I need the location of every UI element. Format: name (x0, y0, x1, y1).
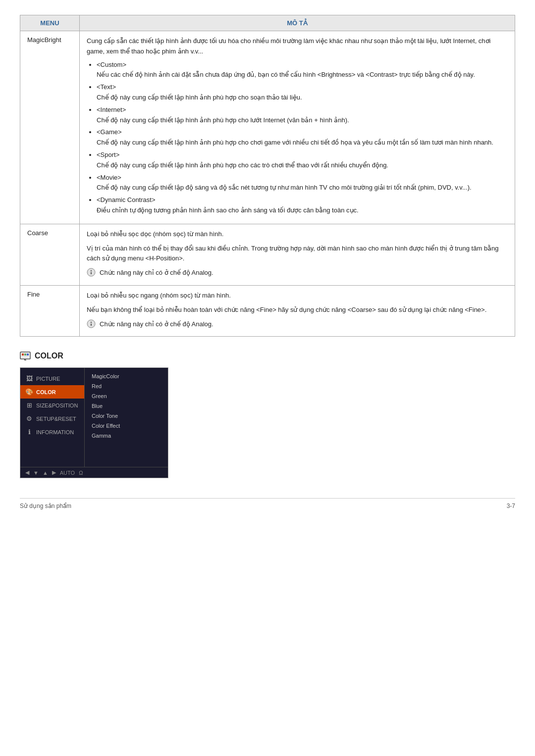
osd-right-panel: MagicColorRedGreenBlueColor ToneColor Ef… (85, 368, 168, 467)
svg-rect-10 (27, 353, 29, 355)
osd-menu-item: ⊞SIZE&POSITION (20, 399, 84, 412)
osd-menu-item: ⚙SETUP&RESET (20, 412, 84, 425)
osd-menu: 🖼PICTURE🎨COLOR⊞SIZE&POSITION⚙SETUP&RESET… (20, 368, 168, 467)
note-icon (87, 268, 96, 280)
svg-point-1 (91, 270, 92, 271)
osd-right-item: Color Effect (92, 421, 161, 430)
osd-right-item: Green (92, 392, 161, 401)
svg-rect-2 (91, 272, 92, 275)
menu-cell-1: Coarse (20, 224, 80, 285)
menu-cell-0: MagicBright (20, 31, 80, 224)
list-item: <Game>Chế độ này cung cấp thiết lập hình… (97, 127, 508, 148)
color-title-text: COLOR (35, 352, 63, 360)
osd-menu-label: INFORMATION (36, 429, 74, 435)
main-content-table: MENU MÔ TẢ MagicBrightCung cấp sẵn các t… (20, 15, 515, 337)
footer-left: Sử dụng sản phẩm (20, 503, 71, 509)
col-header-desc: MÔ TẢ (80, 15, 515, 31)
osd-bottom-icon: Ω (79, 470, 83, 476)
osd-menu-item: 🖼PICTURE (20, 372, 84, 385)
note-row-1: Chức năng này chỉ có ở chế độ Analog. (87, 268, 508, 280)
osd-menu-label: SETUP&RESET (36, 416, 76, 422)
desc-cell-1: Loại bỏ nhiễu sọc dọc (nhóm sọc) từ màn … (80, 224, 515, 285)
color-section: COLOR 🖼PICTURE🎨COLOR⊞SIZE&POSITION⚙SETUP… (20, 352, 515, 478)
note-text: Chức năng này chỉ có ở chế độ Analog. (100, 319, 214, 330)
list-item: <Custom>Nếu các chế độ hình ảnh cài đặt … (97, 60, 508, 81)
osd-menu-icon: 🎨 (25, 388, 33, 396)
svg-rect-8 (22, 353, 24, 355)
osd-menu-icon: 🖼 (25, 375, 33, 382)
color-icon (20, 352, 31, 360)
list-item: <Movie>Chế độ này cung cấp thiết lập độ … (97, 173, 508, 194)
osd-right-item: MagicColor (92, 372, 161, 381)
osd-bottom-bar: ◀▼▲▶AUTOΩ (20, 467, 168, 478)
osd-menu-icon: ℹ (25, 428, 33, 436)
osd-bottom-icon: AUTO (60, 470, 75, 476)
desc-intro-0: Cung cấp sẵn các thiết lập hình ảnh được… (87, 36, 508, 57)
desc-cell-0: Cung cấp sẵn các thiết lập hình ảnh được… (80, 31, 515, 224)
svg-point-4 (91, 321, 92, 322)
osd-menu-icon: ⊞ (25, 402, 33, 409)
osd-right-item: Gamma (92, 431, 161, 440)
desc-extra-1: Vị trí của màn hình có thể bị thay đổi s… (87, 244, 508, 264)
list-item: <Dynamic Contrast>Điều chỉnh tự động tươ… (97, 195, 508, 216)
osd-right-item: Blue (92, 402, 161, 410)
list-item: <Internet>Chế độ này cung cấp thiết lập … (97, 105, 508, 126)
note-svg-icon (87, 319, 96, 328)
osd-right-item: Color Tone (92, 411, 161, 420)
list-item: <Sport>Chế độ này cung cấp thiết lập hìn… (97, 150, 508, 171)
osd-bottom-icon: ▶ (52, 469, 56, 476)
item-list-0: <Custom>Nếu các chế độ hình ảnh cài đặt … (97, 60, 508, 216)
note-icon (87, 319, 96, 332)
note-svg-icon (87, 268, 96, 277)
desc-cell-2: Loại bỏ nhiễu sọc ngang (nhóm sọc) từ mà… (80, 285, 515, 336)
osd-menu-label: SIZE&POSITION (36, 403, 78, 408)
footer-right: 3-7 (507, 503, 515, 509)
osd-right-item: Red (92, 382, 161, 391)
col-header-menu: MENU (20, 15, 80, 31)
desc-intro-2: Loại bỏ nhiễu sọc ngang (nhóm sọc) từ mà… (87, 291, 508, 301)
osd-bottom-icon: ◀ (25, 469, 29, 476)
menu-cell-2: Fine (20, 285, 80, 336)
note-text: Chức năng này chỉ có ở chế độ Analog. (100, 268, 214, 278)
osd-image: 🖼PICTURE🎨COLOR⊞SIZE&POSITION⚙SETUP&RESET… (20, 367, 168, 478)
svg-rect-5 (91, 323, 92, 326)
osd-menu-label: PICTURE (36, 376, 60, 382)
osd-left-panel: 🖼PICTURE🎨COLOR⊞SIZE&POSITION⚙SETUP&RESET… (20, 368, 85, 467)
osd-menu-icon: ⚙ (25, 415, 33, 422)
osd-bottom-icon: ▼ (33, 470, 39, 476)
osd-menu-item: ℹINFORMATION (20, 425, 84, 439)
page-footer: Sử dụng sản phẩm 3-7 (20, 498, 515, 509)
note-row-2: Chức năng này chỉ có ở chế độ Analog. (87, 319, 508, 332)
osd-bottom-icon: ▲ (43, 470, 48, 476)
list-item: <Text>Chế độ này cung cấp thiết lập hình… (97, 82, 508, 103)
desc-intro-1: Loại bỏ nhiễu sọc dọc (nhóm sọc) từ màn … (87, 229, 508, 240)
color-section-title: COLOR (20, 352, 515, 360)
osd-menu-label: COLOR (36, 389, 56, 395)
desc-extra-2: Nếu bạn không thể loại bỏ nhiễu hoàn toà… (87, 305, 508, 315)
osd-menu-item: 🎨COLOR (20, 385, 84, 399)
svg-rect-9 (24, 353, 26, 355)
